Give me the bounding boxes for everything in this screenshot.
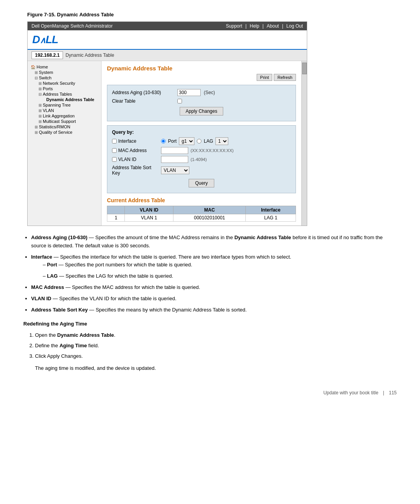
- lag-select[interactable]: 1: [215, 137, 228, 145]
- mac-label: MAC Address: [118, 148, 147, 153]
- sidebar-item-ports[interactable]: ⊞ Ports: [29, 86, 100, 91]
- plus-icon-qos: ⊞: [35, 130, 38, 135]
- figure-caption: Figure 7-15. Dynamic Address Table: [27, 12, 397, 18]
- sidebar-item-network-security[interactable]: ⊞ Network Security: [29, 80, 100, 86]
- minus-icon-switch: ⊟: [35, 76, 38, 80]
- aging-input[interactable]: [177, 89, 201, 96]
- breadcrumb-bar: 192.168.2.1 Dynamic Address Table: [28, 50, 307, 61]
- section-heading-redefining: Redefining the Aging Time: [23, 320, 397, 328]
- sort-select[interactable]: VLAN MAC Interface: [161, 166, 189, 174]
- aging-label: Address Aging (10-630): [112, 90, 174, 95]
- sidebar-label-link-aggregation: Link Aggregation: [43, 114, 75, 118]
- bullet-interface: Interface — Specifies the interface for …: [31, 253, 397, 280]
- top-bar: Dell OpenManage Switch Administrator Sup…: [28, 22, 307, 30]
- sidebar-item-vlan[interactable]: ⊞ VLAN: [29, 108, 100, 113]
- note-text: The aging time is modified, and the devi…: [35, 364, 397, 373]
- mac-options: (XX:XX:XX:XX:XX:XX): [161, 147, 234, 154]
- query-button[interactable]: Query: [189, 179, 215, 187]
- col-vlanid: VLAN ID: [125, 206, 173, 214]
- query-by-label: Query by:: [112, 130, 291, 135]
- sidebar-item-link-aggregation[interactable]: ⊞ Link Aggregation: [29, 113, 100, 119]
- port-term: Port: [47, 262, 57, 268]
- clear-table-label: Clear Table: [112, 98, 174, 104]
- sidebar-item-home[interactable]: 🏠 Home: [29, 64, 100, 70]
- port-radio[interactable]: [161, 139, 166, 144]
- logo-area: D∧LL: [28, 30, 307, 50]
- vlanid-checkbox[interactable]: [112, 157, 117, 162]
- bullet-mac-term: MAC Address: [31, 284, 64, 290]
- interface-checkbox[interactable]: [112, 139, 117, 144]
- minus-icon-address-tables: ⊟: [38, 92, 42, 96]
- sidebar-item-address-tables[interactable]: ⊟ Address Tables: [29, 91, 100, 97]
- bullet-mac: MAC Address — Specifies the MAC address …: [31, 284, 397, 292]
- aging-row: Address Aging (10-630) (Sec): [112, 89, 291, 96]
- sidebar-label-spanning-tree: Spanning Tree: [43, 103, 71, 107]
- mac-input[interactable]: [161, 147, 188, 154]
- print-button[interactable]: Print: [257, 74, 273, 81]
- sidebar-item-multicast[interactable]: ⊞ Multicast Support: [29, 119, 100, 124]
- footer-divider: |: [383, 390, 384, 396]
- print-refresh-row: Print Refresh: [107, 74, 296, 81]
- port-select[interactable]: g1: [179, 137, 194, 145]
- sidebar-item-dynamic-address-table[interactable]: Dynamic Address Table: [29, 97, 100, 102]
- refresh-button[interactable]: Refresh: [274, 74, 296, 81]
- bullet-aging-term: Address Aging (10-630): [31, 234, 88, 240]
- footer-book-title: Update with your book title: [323, 390, 378, 396]
- right-panel: Dynamic Address Table Print Refresh Addr…: [102, 61, 301, 226]
- plus-icon-spanning: ⊞: [38, 103, 42, 107]
- support-link[interactable]: Support: [226, 23, 247, 29]
- port-label: Port: [168, 138, 177, 144]
- sidebar-item-system[interactable]: ⊞ System: [29, 70, 100, 75]
- apply-changes-button[interactable]: Apply Changes: [180, 107, 223, 116]
- sidebar-label-statistics: Statistics/RMON: [39, 124, 70, 129]
- sidebar-label-address-tables: Address Tables: [43, 92, 72, 96]
- breadcrumb-page: Dynamic Address Table: [65, 52, 114, 58]
- numbered-steps: Open the Dynamic Address Table. Define t…: [35, 331, 397, 360]
- mac-checkbox[interactable]: [112, 148, 117, 153]
- lag-term: LAG: [47, 273, 58, 279]
- sidebar-item-switch[interactable]: ⊟ Switch: [29, 75, 100, 80]
- interface-options: Port g1 LAG 1: [161, 137, 228, 145]
- sort-key-row: Address Table Sort Key VLAN MAC Interfac…: [112, 165, 291, 176]
- top-bar-links: Support Help About Log Out: [226, 23, 303, 29]
- scrollbar[interactable]: [301, 61, 307, 226]
- row-iface: LAG 1: [246, 214, 296, 222]
- bullet-sort-term: Address Table Sort Key: [31, 307, 88, 313]
- vlanid-input[interactable]: [161, 156, 188, 163]
- sort-options: VLAN MAC Interface: [161, 166, 189, 174]
- plus-icon-ports: ⊞: [38, 87, 42, 91]
- scrollbar-thumb[interactable]: [302, 63, 307, 74]
- plus-icon-lag: ⊞: [38, 114, 42, 118]
- about-link[interactable]: About: [267, 23, 283, 29]
- vlanid-hint: (1-4094): [191, 157, 207, 162]
- row-num: 1: [107, 214, 125, 222]
- sidebar-label-network-security: Network Security: [43, 81, 75, 86]
- clear-table-checkbox[interactable]: [177, 99, 182, 103]
- breadcrumb-ip[interactable]: 192.168.2.1: [32, 51, 63, 59]
- body-text: Address Aging (10-630) — Specifies the a…: [23, 234, 397, 372]
- sidebar-item-statistics[interactable]: ⊞ Statistics/RMON: [29, 124, 100, 130]
- lag-radio[interactable]: [197, 139, 201, 144]
- sidebar-label-qos: Quality of Service: [39, 130, 72, 135]
- ui-screenshot-box: Dell OpenManage Switch Administrator Sup…: [27, 21, 307, 226]
- sidebar: 🏠 Home ⊞ System ⊟ Switch ⊞ Network Secur…: [28, 61, 102, 226]
- page-title: Dynamic Address Table: [107, 65, 296, 72]
- sidebar-label-multicast: Multicast Support: [43, 119, 76, 124]
- sidebar-label-switch: Switch: [39, 75, 51, 80]
- sidebar-item-qos[interactable]: ⊞ Quality of Service: [29, 130, 100, 135]
- app-title: Dell OpenManage Switch Administrator: [32, 23, 113, 29]
- step-3: Click Apply Changes.: [35, 352, 397, 360]
- interface-row: Interface Port g1 LAG 1: [112, 137, 291, 145]
- bullet-aging: Address Aging (10-630) — Specifies the a…: [31, 234, 397, 250]
- bullet-vlanid-term: VLAN ID: [31, 296, 51, 301]
- plus-icon-netsec: ⊞: [38, 81, 42, 86]
- main-content: 🏠 Home ⊞ System ⊟ Switch ⊞ Network Secur…: [28, 61, 307, 226]
- plus-icon-multicast: ⊞: [38, 119, 42, 124]
- help-link[interactable]: Help: [250, 23, 264, 29]
- vlanid-label: VLAN ID: [118, 157, 136, 162]
- mac-hint: (XX:XX:XX:XX:XX:XX): [191, 148, 234, 153]
- logout-link[interactable]: Log Out: [286, 23, 303, 29]
- sidebar-item-spanning-tree[interactable]: ⊞ Spanning Tree: [29, 102, 100, 108]
- page-footer: Update with your book title | 115: [323, 390, 397, 396]
- query-btn-row: Query: [112, 179, 291, 187]
